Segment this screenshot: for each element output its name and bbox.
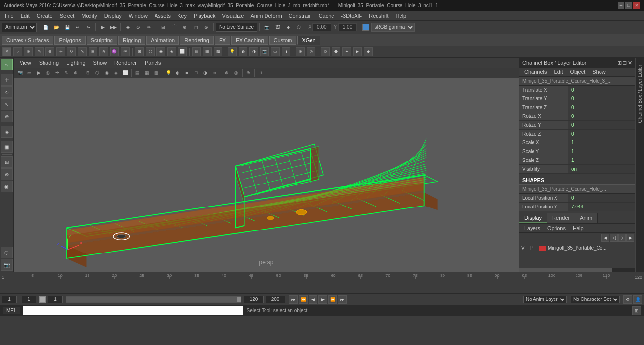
vp-camera-icon[interactable]: 📷 xyxy=(16,69,24,77)
layer-forward-icon[interactable]: ▷ xyxy=(618,234,626,242)
last-tool-button[interactable]: ⊕ xyxy=(1,111,13,122)
menu-visualize[interactable]: Visualize xyxy=(220,11,247,21)
menu-help[interactable]: Help xyxy=(393,11,410,21)
viewport-scene[interactable]: X Y Z persp xyxy=(14,78,519,272)
shapes-channel-value[interactable]: 0 xyxy=(568,194,635,202)
anim-layer-select[interactable]: No Anim Layer xyxy=(523,296,567,303)
move-icon[interactable]: ✛ xyxy=(56,47,65,56)
tab-animation[interactable]: Animation xyxy=(146,36,179,45)
shadow-icon[interactable]: ◐ xyxy=(239,47,247,56)
render2-icon[interactable]: ▶ xyxy=(353,47,362,56)
undo-icon[interactable]: ↩ xyxy=(73,23,83,32)
tab-rigging[interactable]: Rigging xyxy=(118,36,145,45)
snap-curve-icon[interactable]: ⌒ xyxy=(169,23,179,32)
menu-create[interactable]: Create xyxy=(34,11,56,21)
layer-new-icon[interactable]: ◀ xyxy=(601,234,609,242)
menu-assets[interactable]: Assets xyxy=(152,11,174,21)
channel-value[interactable]: 0 xyxy=(568,130,635,138)
channel-box-scrollbar[interactable] xyxy=(519,268,635,272)
tab-render[interactable]: Render xyxy=(547,213,575,223)
resolution-hi-icon[interactable]: ▩ xyxy=(214,47,222,56)
vp-menu-lighting[interactable]: Lighting xyxy=(64,60,89,66)
vp-anim-icon[interactable]: ◎ xyxy=(44,69,52,77)
tab-polygons[interactable]: Polygons xyxy=(54,36,85,45)
ipr-icon[interactable]: ▶▶ xyxy=(109,23,118,32)
vp-bb-icon[interactable]: ⬜ xyxy=(121,69,130,77)
channel-value[interactable]: 1 xyxy=(568,147,635,156)
timeline-ticks[interactable]: 5101520253035404550556065707580859095100… xyxy=(5,272,634,283)
xform-icon[interactable]: ⊚ xyxy=(321,47,330,56)
tab-custom[interactable]: Custom xyxy=(269,36,297,45)
cb-resize-icon[interactable]: ⊞ xyxy=(617,60,622,66)
attribute-editor-side-tab[interactable]: Channel Box / Layer Editor xyxy=(635,58,644,272)
vp-tex2-icon[interactable]: □ xyxy=(192,69,200,77)
anim-prefs-icon[interactable]: ⚙ xyxy=(623,295,632,304)
animation-mode-select[interactable]: Animation xyxy=(2,23,37,32)
history-button[interactable]: ⊗ xyxy=(1,168,13,180)
close-button[interactable]: ✕ xyxy=(633,2,640,9)
camera-icon[interactable]: 📷 xyxy=(262,23,271,32)
new-scene-icon[interactable]: 📄 xyxy=(41,23,50,32)
mel-label[interactable]: MEL xyxy=(3,307,20,314)
lm-layers[interactable]: Layers xyxy=(521,225,543,231)
vp-mo-blur-icon[interactable]: ≈ xyxy=(210,69,219,77)
vp-snap-icon[interactable]: ✎ xyxy=(62,69,71,77)
vp-tex-icon[interactable]: ■ xyxy=(182,69,191,77)
paint-effects-icon[interactable]: ✦ xyxy=(342,47,351,56)
snap-surface-icon[interactable]: ◻ xyxy=(191,23,200,32)
cb-float-icon[interactable]: ⊟ xyxy=(622,60,627,66)
menu-modify[interactable]: Modify xyxy=(78,11,100,21)
resolution-low-icon[interactable]: ▤ xyxy=(192,47,201,56)
menu-window[interactable]: Window xyxy=(126,11,151,21)
coord-x-input[interactable] xyxy=(312,23,331,31)
play-back-button[interactable]: ◀ xyxy=(309,295,317,304)
heads-up-icon[interactable]: ℹ xyxy=(282,47,290,56)
paint-select2-icon[interactable]: ✎ xyxy=(35,47,44,56)
vp-xray2-icon[interactable]: ⊛ xyxy=(222,69,231,77)
vp-play-icon[interactable]: ▶ xyxy=(34,69,43,77)
camera2-button[interactable]: 📷 xyxy=(1,259,13,271)
cb-menu-edit[interactable]: Edit xyxy=(551,69,566,75)
grid-display-icon[interactable]: ⊞ xyxy=(135,47,144,56)
uv-editor-icon[interactable]: ⬡ xyxy=(294,23,304,32)
lm-help[interactable]: Help xyxy=(570,225,587,231)
vp-smooth-icon[interactable]: ◉ xyxy=(102,69,111,77)
channel-box-scroll-thumb[interactable] xyxy=(519,268,612,272)
range-bar[interactable] xyxy=(66,296,241,303)
tab-anim[interactable]: Anim xyxy=(575,213,598,223)
cb-close-icon[interactable]: ✕ xyxy=(628,60,632,66)
vp-attr-icon[interactable]: ⊕ xyxy=(71,69,80,77)
move-button[interactable]: ✛ xyxy=(1,74,13,86)
no-live-surface-button[interactable]: No Live Surface xyxy=(216,23,257,32)
film-gate-icon[interactable]: ▭ xyxy=(271,47,280,56)
cb-menu-object[interactable]: Object xyxy=(567,69,588,75)
vp-grid-icon[interactable]: ⊞ xyxy=(84,69,92,77)
channel-value[interactable]: 1 xyxy=(568,138,635,147)
menu-constrain[interactable]: Constrain xyxy=(286,11,315,21)
tab-fx-caching[interactable]: FX Caching xyxy=(231,36,268,45)
layer-visibility-toggle[interactable]: V xyxy=(521,245,528,251)
coord-y-input[interactable] xyxy=(338,23,357,31)
universal-manip-icon[interactable]: ⊞ xyxy=(89,47,97,56)
cb-menu-channels[interactable]: Channels xyxy=(521,69,550,75)
snap-grid2-button[interactable]: ⬡ xyxy=(1,247,13,258)
camera-icon2[interactable]: 📷 xyxy=(260,47,269,56)
joints-icon[interactable]: ◎ xyxy=(307,47,315,56)
vp-menu-panels[interactable]: Panels xyxy=(142,60,164,66)
scale-icon[interactable]: ⤡ xyxy=(78,47,87,56)
char-prefs-icon[interactable]: 👤 xyxy=(633,295,642,304)
cb-menu-show[interactable]: Show xyxy=(589,69,609,75)
menu-edit[interactable]: Edit xyxy=(18,11,33,21)
menu-display[interactable]: Display xyxy=(101,11,125,21)
layer-end-icon[interactable]: ▶ xyxy=(626,234,634,242)
circle-select-icon[interactable]: ○ xyxy=(13,47,22,56)
redo-icon[interactable]: ↪ xyxy=(84,23,93,32)
vp-menu-shading[interactable]: Shading xyxy=(36,60,62,66)
vp-ssao-icon[interactable]: ◑ xyxy=(201,69,210,77)
timeline-numbers[interactable]: 1 51015202530354045505560657075808590951… xyxy=(0,272,644,283)
snap-live-icon[interactable]: ⊗ xyxy=(201,23,211,32)
frame-selector-icon[interactable] xyxy=(39,296,46,303)
tab-fx[interactable]: FX xyxy=(215,36,230,45)
shading-button[interactable]: ◉ xyxy=(1,181,13,192)
maximize-button[interactable]: □ xyxy=(625,2,632,9)
